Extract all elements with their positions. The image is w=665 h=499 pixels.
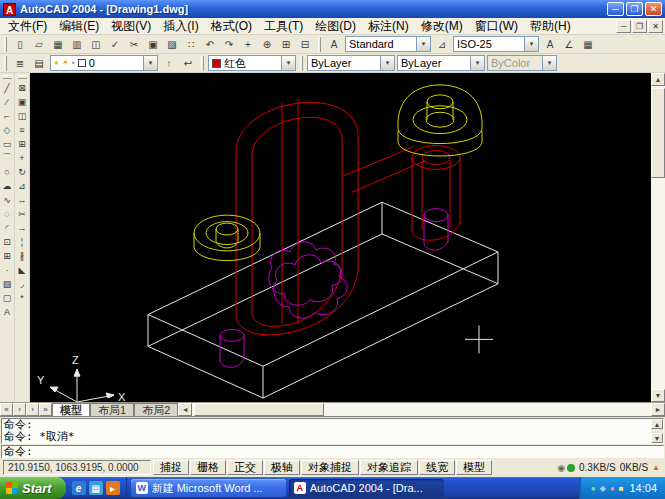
- toolbar-grip[interactable]: [201, 56, 204, 71]
- text-style-icon[interactable]: A: [325, 36, 343, 52]
- chamfer-icon[interactable]: ◣: [16, 263, 29, 276]
- hatch-icon[interactable]: ▨: [1, 277, 14, 290]
- tray-icon-4[interactable]: ■: [619, 484, 624, 493]
- chevron-down-icon[interactable]: ▾: [524, 37, 538, 51]
- toolbar-grip[interactable]: [4, 37, 7, 52]
- color-dropdown[interactable]: 红色 ▾: [208, 55, 296, 71]
- command-scrollbar[interactable]: ▲ ▼: [651, 419, 663, 443]
- menu-dimension[interactable]: 标注(N): [362, 17, 415, 36]
- chevron-down-icon[interactable]: ▾: [380, 56, 394, 70]
- paste-icon[interactable]: ▨: [163, 36, 181, 52]
- mdi-close-button[interactable]: ✕: [648, 20, 663, 33]
- horizontal-scrollbar-thumb[interactable]: [194, 403, 324, 416]
- tab-layout2[interactable]: 布局2: [134, 403, 178, 416]
- move-icon[interactable]: +: [16, 151, 29, 164]
- horizontal-scrollbar-track[interactable]: [192, 403, 651, 416]
- layers-icon[interactable]: ▤: [30, 55, 48, 71]
- scroll-up-button[interactable]: ▲: [651, 73, 665, 86]
- menu-modify[interactable]: 修改(M): [415, 17, 469, 36]
- stretch-icon[interactable]: ↔: [16, 193, 29, 206]
- next-tab-button[interactable]: ›: [26, 403, 39, 416]
- menu-view[interactable]: 视图(V): [105, 17, 157, 36]
- circle-icon[interactable]: ○: [1, 165, 14, 178]
- close-button[interactable]: ✕: [645, 2, 662, 16]
- plot-icon[interactable]: ▥: [68, 36, 86, 52]
- menu-format[interactable]: 格式(O): [205, 17, 258, 36]
- menu-edit[interactable]: 编辑(E): [53, 17, 105, 36]
- model-space-toggle[interactable]: 模型: [456, 460, 492, 475]
- explode-icon[interactable]: *: [16, 291, 29, 304]
- scroll-down-button[interactable]: ▼: [651, 389, 665, 402]
- toolbar-grip[interactable]: [318, 37, 321, 52]
- chevron-down-icon[interactable]: ▾: [416, 37, 430, 51]
- array-icon[interactable]: ⊞: [16, 137, 29, 150]
- redo-icon[interactable]: ↷: [220, 36, 238, 52]
- spline-icon[interactable]: ∿: [1, 193, 14, 206]
- taskbar-clock[interactable]: 14:04: [629, 482, 657, 494]
- grid-toggle[interactable]: 栅格: [190, 460, 226, 475]
- horizontal-scrollbar[interactable]: ◄ ►: [178, 403, 665, 416]
- dim-style-dropdown[interactable]: ISO-25 ▾: [453, 36, 539, 52]
- spelling-icon[interactable]: ✓: [106, 36, 124, 52]
- mtext-icon[interactable]: A: [1, 305, 14, 318]
- menu-window[interactable]: 窗口(W): [469, 17, 524, 36]
- lineweight-toggle[interactable]: 线宽: [419, 460, 455, 475]
- media-player-icon[interactable]: ▸: [106, 481, 120, 495]
- line-icon[interactable]: ╱: [1, 81, 14, 94]
- layer-dropdown[interactable]: ● ☀ ▪ 0 ▾: [50, 55, 158, 71]
- make-object-layer-current-icon[interactable]: ↑: [160, 55, 178, 71]
- break-at-point-icon[interactable]: ¦: [16, 235, 29, 248]
- first-tab-button[interactable]: «: [0, 403, 13, 416]
- snap-toggle[interactable]: 捕捉: [153, 460, 189, 475]
- mdi-minimize-button[interactable]: ─: [616, 20, 631, 33]
- region-icon[interactable]: ▢: [1, 291, 14, 304]
- command-scroll-down-button[interactable]: ▼: [651, 433, 663, 443]
- menu-draw[interactable]: 绘图(D): [309, 17, 362, 36]
- task-word-document[interactable]: W 新建 Microsoft Word ...: [131, 479, 286, 497]
- ellipse-icon[interactable]: ◌: [1, 207, 14, 220]
- task-autocad[interactable]: A AutoCAD 2004 - [Dra...: [289, 479, 444, 497]
- polar-toggle[interactable]: 极轴: [264, 460, 300, 475]
- command-scroll-up-button[interactable]: ▲: [651, 419, 663, 429]
- layer-properties-manager-icon[interactable]: ≣: [11, 55, 29, 71]
- scroll-left-button[interactable]: ◄: [178, 403, 192, 416]
- insert-block-icon[interactable]: ⊡: [1, 235, 14, 248]
- toolbar-grip[interactable]: [3, 75, 12, 79]
- menu-help[interactable]: 帮助(H): [524, 17, 577, 36]
- trim-icon[interactable]: ✂: [16, 207, 29, 220]
- restore-button[interactable]: ❐: [626, 2, 643, 16]
- toolbar-grip[interactable]: [18, 75, 27, 79]
- tray-icon-1[interactable]: ●: [591, 484, 596, 493]
- dim-style-icon[interactable]: ⊿: [433, 36, 451, 52]
- show-desktop-icon[interactable]: ▦: [89, 481, 103, 495]
- tray-icon-3[interactable]: ●: [610, 484, 615, 493]
- save-icon[interactable]: ▦: [49, 36, 67, 52]
- break-icon[interactable]: ∦: [16, 249, 29, 262]
- cut-icon[interactable]: ✂: [125, 36, 143, 52]
- rotate-icon[interactable]: ↻: [16, 165, 29, 178]
- dim-style-manager-icon[interactable]: ∠: [560, 36, 578, 52]
- text-style-dropdown[interactable]: Standard ▾: [345, 36, 431, 52]
- zoom-window-icon[interactable]: ⊞: [277, 36, 295, 52]
- command-prompt[interactable]: 命令:: [1, 445, 664, 459]
- tab-model[interactable]: 模型: [52, 403, 90, 416]
- text-style-manager-icon[interactable]: A: [541, 36, 559, 52]
- plot-preview-icon[interactable]: ◫: [87, 36, 105, 52]
- chevron-down-icon[interactable]: ▾: [281, 56, 295, 70]
- vertical-scrollbar-track[interactable]: [651, 86, 665, 389]
- minimize-button[interactable]: ─: [607, 2, 624, 16]
- make-block-icon[interactable]: ⊞: [1, 249, 14, 262]
- layer-previous-icon[interactable]: ↩: [179, 55, 197, 71]
- copy-icon[interactable]: ▣: [144, 36, 162, 52]
- tab-layout1[interactable]: 布局1: [90, 403, 134, 416]
- zoom-realtime-icon[interactable]: ⊕: [258, 36, 276, 52]
- prev-tab-button[interactable]: ‹: [13, 403, 26, 416]
- copy-object-icon[interactable]: ▣: [16, 95, 29, 108]
- fillet-icon[interactable]: ◞: [16, 277, 29, 290]
- menu-file[interactable]: 文件(F): [2, 17, 53, 36]
- drawing-canvas[interactable]: Z X Y: [30, 73, 651, 402]
- start-button[interactable]: Start: [0, 477, 66, 499]
- rectangle-icon[interactable]: ▭: [1, 137, 14, 150]
- offset-icon[interactable]: ≡: [16, 123, 29, 136]
- menu-tools[interactable]: 工具(T): [258, 17, 309, 36]
